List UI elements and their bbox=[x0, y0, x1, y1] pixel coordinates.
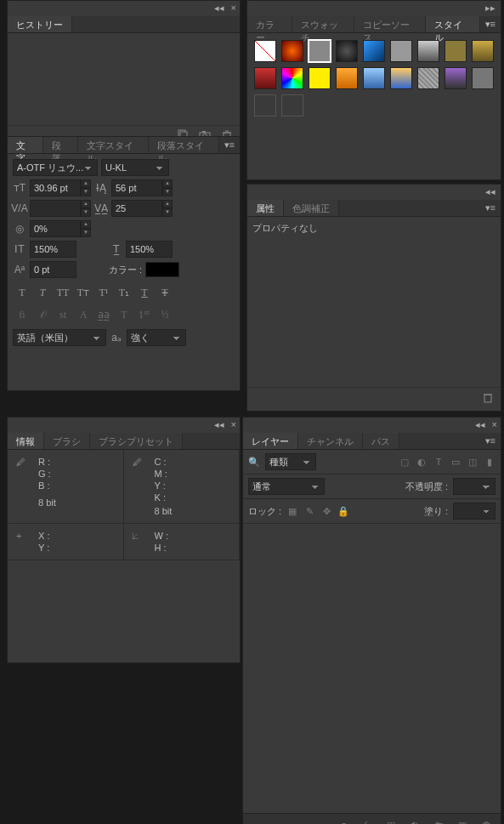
allcaps-button[interactable]: TT bbox=[54, 283, 72, 302]
tracking-input[interactable] bbox=[111, 200, 162, 217]
tab-swatches[interactable]: スウォッチ bbox=[292, 16, 355, 32]
filter-type-icon[interactable]: T bbox=[433, 456, 445, 468]
panel-menu-icon[interactable]: ▾≡ bbox=[480, 433, 501, 449]
font-family-select[interactable]: A-OTF リュウ... bbox=[13, 159, 98, 176]
tab-history[interactable]: ヒストリー bbox=[8, 16, 72, 32]
tab-attributes[interactable]: 属性 bbox=[247, 200, 284, 216]
style-swatch[interactable] bbox=[363, 67, 385, 89]
fx-icon[interactable]: fx bbox=[361, 819, 373, 824]
tab-paragraph[interactable]: 段落 bbox=[43, 137, 79, 153]
style-swatch[interactable] bbox=[254, 94, 276, 116]
trash-icon[interactable]: 🗑 bbox=[480, 819, 492, 824]
underline-button[interactable]: T bbox=[135, 283, 154, 302]
lock-paint-icon[interactable]: ✎ bbox=[303, 505, 315, 517]
opacity-select[interactable] bbox=[453, 478, 496, 495]
superscript-button[interactable]: T¹ bbox=[94, 283, 113, 302]
spin-down[interactable]: ▼ bbox=[81, 208, 91, 217]
tab-character[interactable]: 文字 bbox=[8, 137, 43, 153]
subscript-button[interactable]: T₁ bbox=[115, 283, 133, 302]
style-swatch[interactable] bbox=[390, 40, 412, 62]
tab-info[interactable]: 情報 bbox=[8, 433, 44, 449]
filter-type-select[interactable]: 種類 bbox=[265, 453, 316, 470]
filter-smart-icon[interactable]: ◫ bbox=[467, 456, 479, 468]
tab-brush[interactable]: ブラシ bbox=[44, 433, 90, 449]
lock-all-icon[interactable]: 🔒 bbox=[337, 505, 349, 517]
spin-up[interactable]: ▲ bbox=[81, 220, 91, 229]
tab-brushpreset[interactable]: ブラシプリセット bbox=[90, 433, 183, 449]
link-icon[interactable]: ⚭ bbox=[337, 819, 349, 824]
stylistic-button[interactable]: a̲a̲ bbox=[94, 305, 113, 324]
style-swatch[interactable] bbox=[472, 40, 494, 62]
fractions-button[interactable]: ½ bbox=[156, 305, 174, 324]
contextual-button[interactable]: 𝒪 bbox=[33, 305, 52, 324]
swash-button[interactable]: A bbox=[74, 305, 93, 324]
collapse-icon[interactable]: ◂◂ bbox=[214, 419, 224, 430]
style-swatch[interactable] bbox=[254, 67, 276, 89]
style-swatch[interactable] bbox=[281, 94, 303, 116]
trash-icon[interactable] bbox=[482, 391, 494, 403]
spin-up[interactable]: ▲ bbox=[81, 200, 91, 208]
lock-position-icon[interactable]: ✥ bbox=[320, 505, 332, 517]
hscale-input[interactable] bbox=[126, 241, 173, 258]
style-swatch[interactable] bbox=[417, 40, 439, 62]
kerning-input[interactable] bbox=[30, 200, 81, 217]
tsume-input[interactable] bbox=[30, 220, 81, 237]
style-swatch[interactable] bbox=[445, 40, 467, 62]
style-swatch[interactable] bbox=[281, 67, 303, 89]
ligatures-button[interactable]: fi bbox=[13, 305, 31, 324]
style-swatch[interactable] bbox=[472, 67, 494, 89]
style-swatch[interactable] bbox=[363, 40, 385, 62]
font-size-input[interactable] bbox=[30, 179, 81, 196]
antialias-select[interactable]: 強く bbox=[127, 329, 186, 346]
baseline-shift-input[interactable] bbox=[30, 261, 76, 278]
close-icon[interactable]: × bbox=[231, 3, 236, 13]
close-icon[interactable]: × bbox=[231, 419, 236, 429]
ordinals-button[interactable]: 1ˢᵗ bbox=[135, 305, 154, 324]
style-swatch[interactable] bbox=[309, 40, 331, 62]
spin-down[interactable]: ▼ bbox=[81, 229, 91, 237]
vscale-input[interactable] bbox=[30, 241, 76, 258]
style-swatch[interactable] bbox=[417, 67, 439, 89]
text-color-swatch[interactable] bbox=[145, 262, 179, 277]
titling-button[interactable]: T bbox=[115, 305, 133, 324]
tab-channels[interactable]: チャンネル bbox=[298, 433, 363, 449]
filter-pixel-icon[interactable]: ▢ bbox=[399, 456, 411, 468]
tab-copysource[interactable]: コピーソース bbox=[354, 16, 426, 32]
discretionary-button[interactable]: st bbox=[54, 305, 72, 324]
style-swatch[interactable] bbox=[390, 67, 412, 89]
style-swatch[interactable] bbox=[254, 40, 276, 62]
spin-down[interactable]: ▼ bbox=[162, 208, 173, 217]
spin-up[interactable]: ▲ bbox=[162, 200, 173, 208]
smallcaps-button[interactable]: Tᴛ bbox=[74, 283, 93, 302]
tab-color[interactable]: カラー bbox=[247, 16, 292, 32]
spin-down[interactable]: ▼ bbox=[81, 188, 91, 196]
mask-icon[interactable]: ◫ bbox=[385, 819, 397, 824]
tab-paths[interactable]: パス bbox=[363, 433, 399, 449]
collapse-icon[interactable]: ▸▸ bbox=[485, 3, 496, 14]
filter-shape-icon[interactable]: ▭ bbox=[450, 456, 462, 468]
collapse-icon[interactable]: ◂◂ bbox=[214, 3, 224, 14]
collapse-icon[interactable]: ◂◂ bbox=[485, 186, 496, 197]
style-swatch[interactable] bbox=[309, 67, 331, 89]
spin-up[interactable]: ▲ bbox=[81, 179, 91, 188]
style-swatch[interactable] bbox=[336, 40, 358, 62]
strike-button[interactable]: Ŧ bbox=[156, 283, 174, 302]
close-icon[interactable]: × bbox=[492, 419, 497, 429]
lock-transparent-icon[interactable]: ▦ bbox=[286, 505, 298, 517]
spin-down[interactable]: ▼ bbox=[162, 188, 173, 196]
new-layer-icon[interactable]: ▣ bbox=[456, 819, 468, 824]
style-swatch[interactable] bbox=[336, 67, 358, 89]
adjustment-icon[interactable]: ◐ bbox=[409, 819, 421, 824]
style-swatch[interactable] bbox=[445, 67, 467, 89]
blend-mode-select[interactable]: 通常 bbox=[248, 478, 325, 495]
font-style-select[interactable]: U-KL bbox=[101, 159, 169, 176]
panel-menu-icon[interactable]: ▾≡ bbox=[219, 137, 240, 153]
panel-menu-icon[interactable]: ▾≡ bbox=[480, 200, 501, 216]
tab-adjustments[interactable]: 色調補正 bbox=[284, 200, 339, 216]
tab-charstyle[interactable]: 文字スタイル bbox=[78, 137, 149, 153]
tab-layers[interactable]: レイヤー bbox=[243, 433, 298, 449]
leading-input[interactable] bbox=[111, 179, 162, 196]
panel-menu-icon[interactable]: ▾≡ bbox=[480, 16, 501, 32]
group-icon[interactable]: 🗀 bbox=[433, 819, 445, 824]
filter-toggle-icon[interactable]: ▮ bbox=[484, 456, 496, 468]
